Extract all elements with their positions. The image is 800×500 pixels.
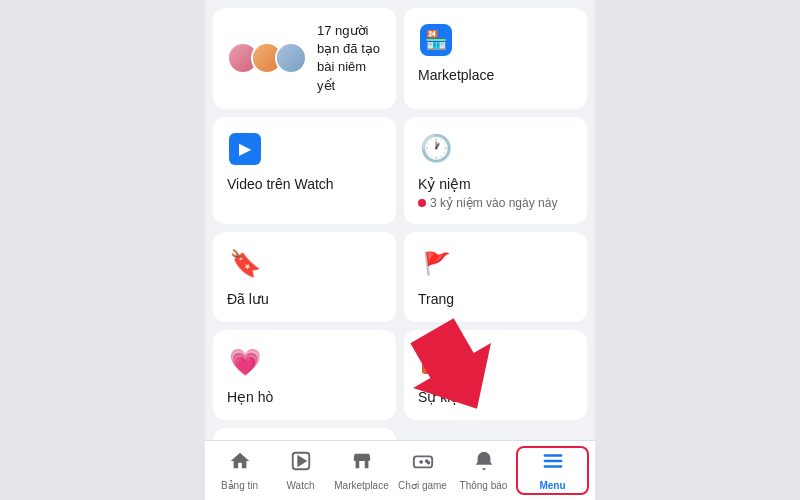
nav-choi-game[interactable]: Chơi game [392,446,453,495]
svg-point-3 [428,348,432,352]
menu-icon [542,450,564,478]
content-area: 17 người bạn đã tạo bài niêm yết 🏪 Marke… [205,0,595,440]
card-da-luu[interactable]: 🔖 Đã lưu [213,232,396,322]
trang-label: Trang [418,290,454,308]
nav-bang-tin-label: Bảng tin [221,480,258,491]
card-video-watch[interactable]: ▶ Video trên Watch [213,117,396,224]
play-icon [290,450,312,478]
ky-niem-label: Kỷ niệm [418,175,471,193]
marketplace-icon: 🏪 [418,22,454,58]
marketplace-label: Marketplace [418,66,494,84]
avatars-row [227,42,307,74]
nav-marketplace-label: Marketplace [334,480,388,491]
ky-niem-subtitle: 3 kỷ niệm vào ngày này [418,196,557,210]
nav-bang-tin[interactable]: Bảng tin [209,446,270,495]
row-2: ▶ Video trên Watch 🕐 Kỷ niệm 3 kỷ niệm v… [213,117,587,224]
card-su-kien[interactable]: Sự kiện [404,330,587,420]
nav-watch[interactable]: Watch [270,446,331,495]
card-marketplace[interactable]: 🏪 Marketplace [404,8,587,109]
red-dot [418,199,426,207]
nav-thong-bao-label: Thông báo [460,480,508,491]
svg-point-12 [427,462,429,464]
friends-card[interactable]: 17 người bạn đã tạo bài niêm yết [213,8,396,109]
nav-thong-bao[interactable]: Thông báo [453,446,514,495]
video-watch-label: Video trên Watch [227,175,334,193]
card-viec-lam[interactable]: 💼 Việc làm [213,428,396,440]
hen-ho-label: Hẹn hò [227,388,273,406]
nav-watch-label: Watch [287,480,315,491]
bottom-nav: Bảng tin Watch Marketplace Chơi game [205,440,595,500]
avatar-3 [275,42,307,74]
bookmark-icon: 🔖 [227,246,263,282]
top-row: 17 người bạn đã tạo bài niêm yết 🏪 Marke… [213,8,587,109]
flag-icon: 🚩 [418,246,454,282]
row-5: 💼 Việc làm [213,428,587,440]
game-icon [412,450,434,478]
friends-text: 17 người bạn đã tạo bài niêm yết [317,22,382,95]
da-luu-label: Đã lưu [227,290,269,308]
phone-container: 17 người bạn đã tạo bài niêm yết 🏪 Marke… [205,0,595,500]
bell-icon [473,450,495,478]
nav-marketplace[interactable]: Marketplace [331,446,392,495]
svg-marker-7 [298,456,305,465]
card-trang[interactable]: 🚩 Trang [404,232,587,322]
row-3: 🔖 Đã lưu 🚩 Trang [213,232,587,322]
su-kien-label: Sự kiện [418,388,467,406]
shop-icon [351,450,373,478]
card-hen-ho[interactable]: 💗 Hẹn hò [213,330,396,420]
home-icon [229,450,251,478]
nav-choi-game-label: Chơi game [398,480,447,491]
heart-icon: 💗 [227,344,263,380]
watch-icon: ▶ [227,131,263,167]
nav-menu-label: Menu [539,480,565,491]
svg-point-4 [440,348,444,352]
calendar-star-icon [418,344,454,380]
clock-icon: 🕐 [418,131,454,167]
card-ky-niem[interactable]: 🕐 Kỷ niệm 3 kỷ niệm vào ngày này [404,117,587,224]
nav-menu[interactable]: Menu [516,446,589,495]
row-4: 💗 Hẹn hò Sự kiện [213,330,587,420]
